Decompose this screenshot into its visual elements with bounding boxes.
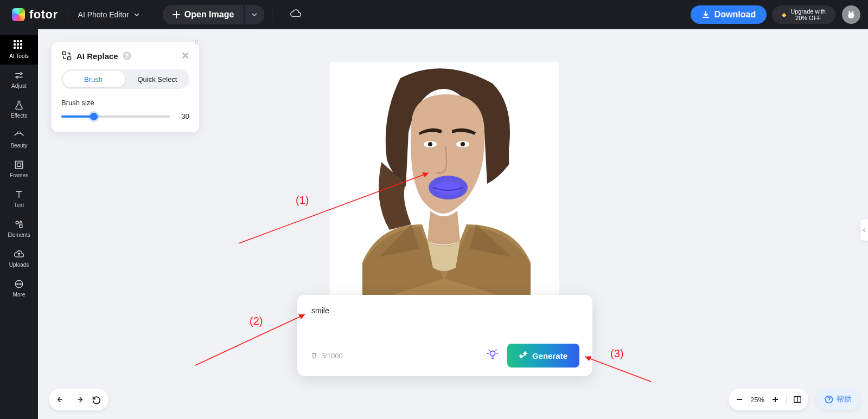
panel-title: AI Replace — [76, 51, 118, 61]
svg-line-26 — [585, 357, 651, 382]
brush-size-label: Brush size — [61, 99, 189, 107]
upgrade-line2: 20% OFF — [795, 15, 821, 21]
sidebar-label: AI Tools — [9, 53, 28, 59]
svg-rect-3 — [17, 163, 21, 167]
right-edge-handle[interactable]: ‹ — [860, 219, 868, 241]
brush-size-slider[interactable] — [61, 115, 170, 118]
sidebar-label: Beauty — [10, 143, 27, 149]
generate-button[interactable]: Generate — [507, 344, 579, 368]
svg-point-14 — [428, 142, 432, 146]
zoom-toolbar: 25% — [729, 389, 808, 410]
zoom-out-icon[interactable] — [735, 395, 744, 404]
plus-icon — [173, 11, 180, 18]
svg-point-9 — [21, 283, 22, 285]
eye-icon — [14, 130, 24, 140]
user-avatar[interactable] — [842, 5, 860, 24]
sidebar-label: Effects — [11, 113, 27, 119]
svg-line-23 — [195, 314, 305, 365]
grid-icon — [14, 40, 24, 51]
open-image-dropdown[interactable] — [245, 5, 264, 24]
generate-label: Generate — [532, 351, 567, 360]
svg-point-0 — [20, 73, 22, 74]
svg-point-18 — [490, 351, 495, 356]
svg-point-16 — [461, 142, 465, 146]
portrait-illustration — [330, 62, 559, 295]
mode-dropdown[interactable]: AI Photo Editor — [78, 10, 140, 19]
sidebar-item-beauty[interactable]: Beauty — [0, 124, 38, 154]
cloud-sync-button[interactable] — [290, 8, 302, 22]
zoom-in-icon[interactable] — [771, 395, 780, 404]
sidebar-item-more[interactable]: More — [0, 273, 38, 303]
svg-rect-10 — [63, 52, 66, 55]
canvas-image[interactable] — [330, 62, 559, 295]
app-header: fotor AI Photo Editor Open Image Downloa… — [0, 0, 868, 29]
sidebar-label: Elements — [8, 232, 30, 238]
drag-handle-icon[interactable]: ⠿ — [194, 39, 199, 46]
svg-point-1 — [16, 76, 18, 78]
sliders-icon — [14, 70, 24, 81]
sidebar-label: Frames — [10, 172, 28, 178]
left-sidebar: AI Tools Adjust Effects Beauty Frames Te… — [0, 29, 38, 419]
more-icon — [14, 279, 24, 289]
svg-point-4 — [16, 221, 18, 224]
sidebar-label: Uploads — [9, 262, 29, 268]
sidebar-item-ai-tools[interactable]: AI Tools — [0, 35, 38, 65]
help-button[interactable]: 帮助 — [816, 389, 860, 410]
upgrade-button[interactable]: ◆ Upgrade with 20% OFF — [772, 5, 835, 24]
sidebar-item-elements[interactable]: Elements — [0, 214, 38, 243]
reset-icon[interactable] — [91, 395, 101, 404]
frame-icon — [14, 159, 24, 170]
svg-rect-2 — [15, 161, 22, 168]
char-counter: 5/1000 — [310, 352, 343, 360]
idea-button[interactable] — [487, 349, 499, 363]
ai-replace-icon — [61, 50, 72, 61]
logo-mark-icon — [12, 8, 25, 21]
svg-text:(1): (1) — [296, 194, 309, 206]
help-circle-icon — [825, 395, 833, 404]
text-icon — [14, 189, 24, 200]
flask-icon — [14, 100, 24, 111]
open-image-label: Open Image — [184, 10, 234, 20]
magic-wand-icon — [519, 351, 528, 360]
brand-logo[interactable]: fotor — [12, 8, 58, 22]
brush-size-value: 30 — [176, 112, 189, 120]
selection-mode-segment: Brush Quick Select — [61, 69, 189, 89]
undo-icon[interactable] — [56, 395, 66, 404]
rabbit-icon — [846, 9, 857, 20]
history-toolbar — [49, 389, 108, 410]
sidebar-item-uploads[interactable]: Uploads — [0, 243, 38, 273]
trash-icon[interactable] — [310, 352, 318, 359]
svg-point-7 — [17, 283, 18, 285]
sidebar-item-adjust[interactable]: Adjust — [0, 65, 38, 94]
svg-text:(2): (2) — [250, 315, 263, 327]
compare-icon[interactable] — [793, 395, 802, 404]
seg-quick-select-option[interactable]: Quick Select — [125, 69, 189, 89]
sidebar-label: Adjust — [11, 83, 27, 89]
brand-name: fotor — [29, 8, 58, 22]
svg-rect-5 — [20, 225, 22, 228]
slider-thumb[interactable] — [90, 113, 98, 120]
cloud-icon — [290, 8, 302, 20]
close-panel-button[interactable]: ✕ — [181, 50, 189, 62]
diamond-icon: ◆ — [782, 11, 786, 18]
sidebar-item-effects[interactable]: Effects — [0, 94, 38, 124]
chevron-down-icon — [251, 11, 258, 18]
sidebar-label: Text — [14, 202, 24, 208]
canvas-area[interactable]: ⠿ AI Replace ? ✕ Brush Quick Select Brus… — [38, 29, 868, 419]
seg-brush-option[interactable]: Brush — [61, 69, 125, 89]
help-label: 帮助 — [837, 395, 852, 404]
open-image-button[interactable]: Open Image — [163, 5, 244, 24]
svg-text:(3): (3) — [610, 347, 623, 359]
help-icon[interactable]: ? — [123, 51, 131, 60]
prompt-input[interactable] — [310, 306, 579, 315]
sidebar-item-text[interactable]: Text — [0, 184, 38, 214]
sidebar-item-frames[interactable]: Frames — [0, 154, 38, 184]
download-button[interactable]: Download — [691, 5, 767, 24]
shapes-icon — [14, 219, 24, 230]
lightbulb-icon — [487, 349, 499, 360]
ai-replace-panel: ⠿ AI Replace ? ✕ Brush Quick Select Brus… — [52, 42, 199, 132]
prompt-panel: 5/1000 Generate — [297, 295, 592, 376]
upgrade-line1: Upgrade with — [790, 8, 826, 15]
redo-icon[interactable] — [74, 395, 84, 404]
mode-label: AI Photo Editor — [78, 10, 129, 19]
